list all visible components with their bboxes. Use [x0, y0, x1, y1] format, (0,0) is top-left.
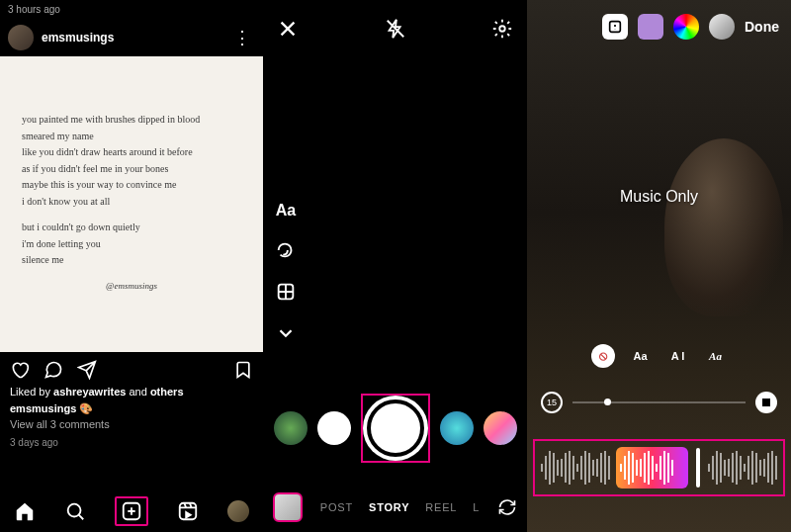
previous-post-time: 3 hours ago [0, 0, 263, 19]
post-actions [0, 352, 263, 384]
flash-off-icon[interactable] [385, 18, 406, 40]
svg-point-3 [499, 26, 505, 32]
duration-button[interactable]: 15 [541, 392, 563, 413]
wave-seg-selected[interactable] [616, 447, 688, 488]
feed-panel: 3 hours ago emsmusings ⋮ you painted me … [0, 0, 263, 532]
view-comments-link[interactable]: View all 3 comments [10, 416, 253, 433]
profile-avatar[interactable] [227, 500, 249, 522]
sticker-icon[interactable] [602, 14, 628, 40]
filter-thumb-left1[interactable] [317, 411, 351, 445]
poem-stanza-2: but i couldn't go down quietly i'm done … [22, 220, 241, 269]
stop-button[interactable] [755, 392, 777, 413]
like-icon[interactable] [10, 360, 30, 380]
wave-seg-before[interactable] [541, 447, 610, 488]
caption-line[interactable]: emsmusings 🎨 [10, 400, 253, 417]
mode-live[interactable]: L [473, 501, 480, 513]
person-silhouette [664, 138, 783, 316]
layout-icon[interactable] [275, 281, 297, 303]
chevron-down-icon[interactable] [275, 322, 297, 344]
bookmark-icon[interactable] [233, 360, 253, 380]
music-editor-panel: Done Music Only ⦸ Aa A I Aa 15 [527, 0, 791, 532]
post-header: emsmusings ⋮ [0, 19, 263, 56]
shutter-row [263, 394, 527, 463]
post-time: 3 days ago [10, 435, 253, 450]
camera-panel: Aa POST STORY REEL L [263, 0, 527, 532]
filter-thumb-right1[interactable] [440, 411, 474, 445]
style-aa-1[interactable]: Aa [629, 344, 653, 368]
mode-selector[interactable]: POST STORY REEL L [318, 501, 482, 513]
shutter-button[interactable] [367, 399, 424, 457]
color-picker-icon[interactable] [673, 14, 699, 40]
create-icon[interactable] [115, 496, 148, 526]
poem-signature: @emsmusings [22, 279, 241, 294]
close-icon[interactable] [277, 18, 299, 40]
lyric-style-bar: ⦸ Aa A I Aa [591, 344, 728, 368]
share-icon[interactable] [77, 360, 97, 380]
post-meta: Liked by ashreyawrites and others emsmus… [0, 384, 263, 450]
home-icon[interactable] [14, 500, 36, 522]
wave-cursor[interactable] [696, 448, 700, 488]
mode-post[interactable]: POST [320, 501, 353, 513]
playback-timeline: 15 [527, 392, 791, 413]
effects-icon[interactable] [638, 14, 663, 40]
mode-reel[interactable]: REEL [425, 501, 457, 513]
mode-bar: POST STORY REEL L [263, 492, 527, 522]
mode-story[interactable]: STORY [369, 501, 409, 513]
gallery-thumbnail[interactable] [273, 492, 303, 522]
editor-topbar: Done [527, 14, 791, 40]
boomerang-icon[interactable] [275, 239, 297, 261]
author-avatar[interactable] [8, 25, 34, 50]
done-button[interactable]: Done [745, 19, 779, 35]
author-username[interactable]: emsmusings [42, 31, 229, 44]
wave-seg-after[interactable] [708, 447, 777, 488]
user-avatar[interactable] [709, 14, 735, 40]
likes-line[interactable]: Liked by ashreyawrites and others [10, 384, 253, 400]
style-none-icon[interactable]: ⦸ [591, 344, 615, 368]
bottom-nav [0, 488, 263, 532]
camera-tools: Aa [275, 202, 297, 344]
filter-thumb-right2[interactable] [483, 411, 517, 445]
reels-icon[interactable] [177, 500, 199, 522]
comment-icon[interactable] [44, 360, 63, 380]
settings-icon[interactable] [491, 18, 513, 40]
seek-handle[interactable] [604, 399, 611, 405]
waveform-scrubber[interactable] [533, 439, 785, 496]
shutter-highlight [361, 394, 430, 463]
poem-stanza-1: you painted me with brushes dipped in bl… [22, 112, 241, 210]
switch-camera-icon[interactable] [497, 497, 517, 517]
style-aa-2[interactable]: A I [666, 344, 690, 368]
style-aa-3[interactable]: Aa [704, 344, 728, 368]
camera-topbar [263, 0, 527, 40]
post-image[interactable]: you painted me with brushes dipped in bl… [0, 56, 263, 352]
text-tool[interactable]: Aa [276, 202, 296, 220]
svg-point-0 [68, 504, 81, 517]
search-icon[interactable] [64, 500, 86, 522]
more-options-icon[interactable]: ⋮ [229, 27, 255, 48]
filter-thumb-left2[interactable] [274, 411, 308, 445]
seek-track[interactable] [572, 401, 746, 403]
music-display-label[interactable]: Music Only [620, 188, 698, 206]
